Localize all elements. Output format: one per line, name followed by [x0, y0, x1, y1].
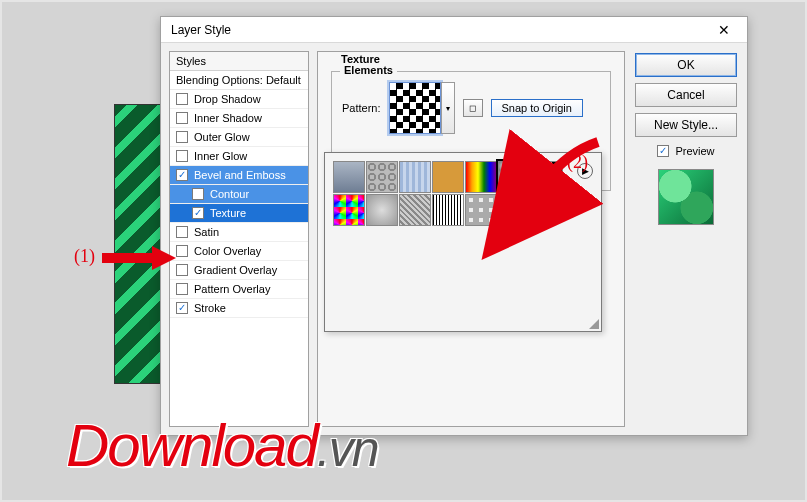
new-style-button[interactable]: New Style... — [635, 113, 737, 137]
close-icon: ✕ — [718, 22, 730, 38]
style-item-pattern-overlay[interactable]: Pattern Overlay — [170, 280, 308, 299]
layer-style-dialog: Layer Style ✕ Styles Blending Options: D… — [160, 16, 748, 436]
checkbox[interactable] — [176, 150, 188, 162]
pattern-swatch[interactable] — [389, 82, 441, 134]
style-label: Gradient Overlay — [194, 264, 277, 276]
style-label: Inner Shadow — [194, 112, 262, 124]
pattern-thumb[interactable] — [399, 161, 431, 193]
preview-label: Preview — [675, 145, 714, 157]
style-label: Pattern Overlay — [194, 283, 270, 295]
pattern-thumb[interactable] — [366, 194, 398, 226]
styles-panel: Styles Blending Options: Default Drop Sh… — [169, 51, 309, 427]
style-item-drop-shadow[interactable]: Drop Shadow — [170, 90, 308, 109]
resize-grip-icon[interactable] — [589, 319, 599, 329]
styles-header[interactable]: Styles — [170, 52, 308, 71]
ok-button[interactable]: OK — [635, 53, 737, 77]
blending-options-item[interactable]: Blending Options: Default — [170, 71, 308, 90]
pattern-grid — [333, 161, 567, 226]
style-item-contour[interactable]: Contour — [170, 185, 308, 204]
watermark: Download.vn — [66, 411, 378, 480]
style-label: Contour — [210, 188, 249, 200]
pattern-thumb-selected[interactable] — [498, 161, 530, 193]
style-item-satin[interactable]: Satin — [170, 223, 308, 242]
style-item-color-overlay[interactable]: Color Overlay — [170, 242, 308, 261]
style-item-bevel-emboss[interactable]: Bevel and Emboss — [170, 166, 308, 185]
checkbox[interactable] — [176, 264, 188, 276]
style-label: Inner Glow — [194, 150, 247, 162]
style-item-inner-shadow[interactable]: Inner Shadow — [170, 109, 308, 128]
style-label: Stroke — [194, 302, 226, 314]
dialog-title: Layer Style — [171, 23, 231, 37]
style-label: Satin — [194, 226, 219, 238]
style-label: Texture — [210, 207, 246, 219]
pattern-dropdown-arrow[interactable]: ▾ — [441, 82, 455, 134]
checkbox[interactable] — [192, 188, 204, 200]
checkbox[interactable] — [176, 131, 188, 143]
pattern-label: Pattern: — [342, 102, 381, 114]
pattern-thumb[interactable] — [432, 161, 464, 193]
checkbox[interactable] — [176, 169, 188, 181]
dialog-buttons: OK Cancel New Style... Preview — [633, 51, 739, 427]
style-item-stroke[interactable]: Stroke — [170, 299, 308, 318]
pattern-thumb[interactable] — [399, 194, 431, 226]
annotation-2-label: (2) — [567, 152, 588, 173]
snap-to-origin-button[interactable]: Snap to Origin — [491, 99, 583, 117]
annotation-1-label: (1) — [74, 246, 95, 267]
pattern-thumb[interactable] — [465, 161, 497, 193]
style-item-outer-glow[interactable]: Outer Glow — [170, 128, 308, 147]
cancel-button[interactable]: Cancel — [635, 83, 737, 107]
pattern-thumb[interactable] — [432, 194, 464, 226]
watermark-suffix: .vn — [317, 421, 378, 477]
create-preset-button[interactable]: ◻ — [463, 99, 483, 117]
checkbox[interactable] — [657, 145, 669, 157]
close-button[interactable]: ✕ — [709, 20, 739, 40]
style-item-texture[interactable]: Texture — [170, 204, 308, 223]
pattern-thumb[interactable] — [366, 161, 398, 193]
style-item-gradient-overlay[interactable]: Gradient Overlay — [170, 261, 308, 280]
preview-toggle[interactable]: Preview — [635, 145, 737, 157]
titlebar: Layer Style ✕ — [161, 17, 747, 43]
checkbox[interactable] — [176, 302, 188, 314]
pattern-thumb[interactable] — [333, 194, 365, 226]
new-preset-icon: ◻ — [469, 103, 476, 113]
annotation-arrow-1 — [102, 246, 176, 268]
checkbox[interactable] — [176, 226, 188, 238]
chevron-down-icon: ▾ — [446, 104, 450, 113]
checkbox[interactable] — [176, 245, 188, 257]
checkbox[interactable] — [176, 112, 188, 124]
style-item-inner-glow[interactable]: Inner Glow — [170, 147, 308, 166]
checkbox[interactable] — [192, 207, 204, 219]
style-label: Drop Shadow — [194, 93, 261, 105]
elements-group-label: Elements — [340, 64, 397, 76]
style-preview-swatch — [658, 169, 714, 225]
pattern-thumb[interactable] — [465, 194, 497, 226]
style-label: Outer Glow — [194, 131, 250, 143]
checkbox[interactable] — [176, 93, 188, 105]
pattern-thumb[interactable] — [333, 161, 365, 193]
style-label: Bevel and Emboss — [194, 169, 286, 181]
style-label: Color Overlay — [194, 245, 261, 257]
settings-panel: Texture Elements Pattern: ▾ — [317, 51, 625, 427]
watermark-main: Download — [66, 412, 317, 479]
checkbox[interactable] — [176, 283, 188, 295]
